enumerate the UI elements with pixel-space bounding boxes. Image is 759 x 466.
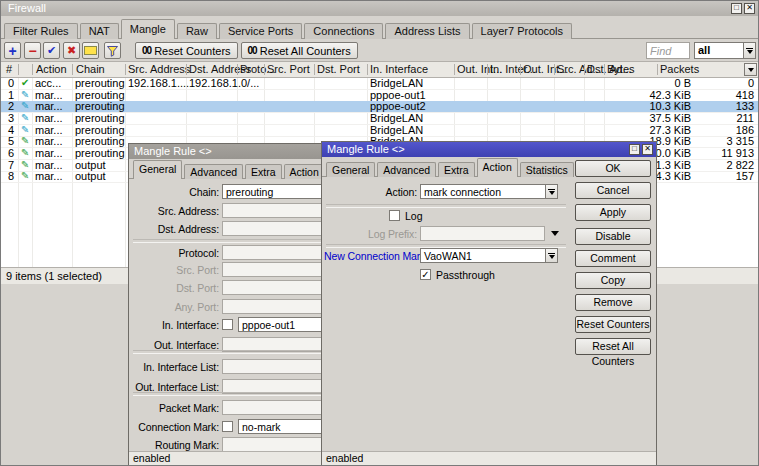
disable-button[interactable]: Disable <box>575 228 651 245</box>
tab-service-ports[interactable]: Service Ports <box>219 23 302 39</box>
dst-address-label: Dst. Address: <box>131 223 219 235</box>
reset-counters-button[interactable]: Reset Counters <box>575 316 651 333</box>
maximize-icon[interactable]: □ <box>629 144 640 155</box>
window-titlebar: Firewall □ ✕ <box>1 1 758 16</box>
close-icon[interactable]: ✕ <box>744 3 755 14</box>
column-separator <box>367 64 368 75</box>
tab-filter-rules[interactable]: Filter Rules <box>4 23 78 39</box>
filter-funnel-icon <box>106 45 119 57</box>
tab-action[interactable]: Action <box>477 158 518 177</box>
dialog-tab-strip: General Advanced Extra Action Statistics <box>326 159 576 177</box>
rule-packets: 0 <box>661 78 754 89</box>
tab-mangle[interactable]: Mangle <box>121 19 175 39</box>
dropdown-icon[interactable] <box>545 248 558 263</box>
dropdown-icon[interactable] <box>743 42 756 59</box>
add-rule-button[interactable]: + <box>4 42 21 59</box>
enable-rule-button[interactable]: ✔ <box>43 42 60 59</box>
mark-pencil-icon: ✎ <box>21 136 29 146</box>
column-separator <box>186 64 187 75</box>
log-checkbox[interactable] <box>389 210 400 221</box>
tab-address-lists[interactable]: Address Lists <box>385 23 469 39</box>
tab-general[interactable]: General <box>326 162 375 177</box>
passthrough-checkbox[interactable]: ✓ <box>420 269 431 280</box>
column-separator <box>237 64 238 75</box>
connection-mark-label: Connection Mark: <box>131 421 219 433</box>
rule-in-interface: BridgeLAN <box>370 78 423 89</box>
rule-in-interface: pppoe-out2 <box>370 101 426 112</box>
action-value: mark connection <box>420 184 545 199</box>
counters-icon: 00 <box>248 45 257 56</box>
column-separator <box>125 64 126 75</box>
copy-button[interactable]: Copy <box>575 272 651 289</box>
filter-scope-select[interactable]: all <box>694 42 756 59</box>
tab-extra[interactable]: Extra <box>245 164 282 179</box>
rule-number: 8 <box>1 171 14 182</box>
tab-nat[interactable]: NAT <box>80 23 119 39</box>
filter-button[interactable] <box>104 42 121 59</box>
column-separator <box>18 64 19 75</box>
tab-advanced[interactable]: Advanced <box>377 162 436 177</box>
col-dst-port[interactable]: Dst. Port <box>317 63 360 76</box>
dropdown-arrow-icon[interactable] <box>551 231 559 236</box>
rule-packets: 157 <box>661 171 754 182</box>
rule-packets: 3 315 <box>661 136 754 147</box>
reset-all-counters-button[interactable]: Reset All Counters <box>575 338 651 355</box>
tab-action[interactable]: Action <box>284 164 325 179</box>
column-separator <box>554 64 555 75</box>
in-interface-list-label: In. Interface List: <box>131 361 219 373</box>
tab-general[interactable]: General <box>133 160 182 179</box>
reset-all-counters-label: Reset All Counters <box>260 45 351 57</box>
tab-advanced[interactable]: Advanced <box>184 164 243 179</box>
rule-number: 2 <box>1 101 14 112</box>
column-separator <box>604 64 605 75</box>
connection-mark-not-checkbox[interactable] <box>222 421 233 432</box>
col-in-interface[interactable]: In. Interface <box>370 63 428 76</box>
col-action[interactable]: Action <box>36 63 67 76</box>
src-address-label: Src. Address: <box>131 205 219 217</box>
tab-layer7-protocols[interactable]: Layer7 Protocols <box>472 23 573 39</box>
disable-rule-button[interactable]: ✖ <box>63 42 80 59</box>
plus-icon: + <box>8 45 16 57</box>
col-packets[interactable]: Packets <box>660 63 699 76</box>
dropdown-icon[interactable] <box>545 184 558 199</box>
tab-extra[interactable]: Extra <box>438 162 475 177</box>
mangle-rule-action-dialog: Mangle Rule <> □ ✕ General Advanced Extr… <box>321 141 657 466</box>
mark-pencil-icon: ✎ <box>21 171 29 181</box>
comment-button[interactable] <box>82 42 99 59</box>
col-bytes[interactable]: Bytes <box>607 63 635 76</box>
reset-all-counters-button[interactable]: 00 Reset All Counters <box>241 42 358 59</box>
protocol-label: Protocol: <box>131 247 219 259</box>
comment-button[interactable]: Comment <box>575 250 651 267</box>
ok-button[interactable]: OK <box>575 160 651 177</box>
packet-mark-label: Packet Mark: <box>131 402 219 414</box>
action-select[interactable]: mark connection <box>420 184 558 199</box>
in-interface-not-checkbox[interactable] <box>222 319 233 330</box>
rule-in-interface: BridgeLAN <box>370 113 423 124</box>
close-icon[interactable]: ✕ <box>642 144 653 155</box>
column-separator <box>584 64 585 75</box>
new-connection-mark-select[interactable]: VaoWAN1 <box>420 248 558 263</box>
in-interface-label: In. Interface: <box>131 319 219 331</box>
dst-port-label: Dst. Port: <box>131 282 219 294</box>
column-chooser-icon[interactable] <box>744 63 757 76</box>
mark-pencil-icon: ✎ <box>21 148 29 158</box>
tab-connections[interactable]: Connections <box>304 23 383 39</box>
firewall-window: Firewall □ ✕ Filter Rules NAT Mangle Raw… <box>0 0 759 466</box>
col-chain[interactable]: Chain <box>76 63 105 76</box>
maximize-icon[interactable]: □ <box>731 3 742 14</box>
rule-action: mar... <box>35 136 63 147</box>
remove-rule-button[interactable]: − <box>24 42 41 59</box>
col-src-address[interactable]: Src. Address <box>128 63 190 76</box>
col-number[interactable]: # <box>6 63 12 76</box>
apply-button[interactable]: Apply <box>575 204 651 221</box>
tab-statistics[interactable]: Statistics <box>520 162 574 177</box>
find-input[interactable] <box>646 42 690 59</box>
rule-chain: prerouting <box>75 78 125 89</box>
log-prefix-label: Log Prefix: <box>324 228 417 240</box>
reset-counters-button[interactable]: 00 Reset Counters <box>135 42 238 59</box>
rule-chain: prerouting <box>75 101 125 112</box>
col-src-port[interactable]: Src. Port <box>267 63 310 76</box>
cancel-button[interactable]: Cancel <box>575 182 651 199</box>
remove-button[interactable]: Remove <box>575 294 651 311</box>
tab-raw[interactable]: Raw <box>177 23 217 39</box>
